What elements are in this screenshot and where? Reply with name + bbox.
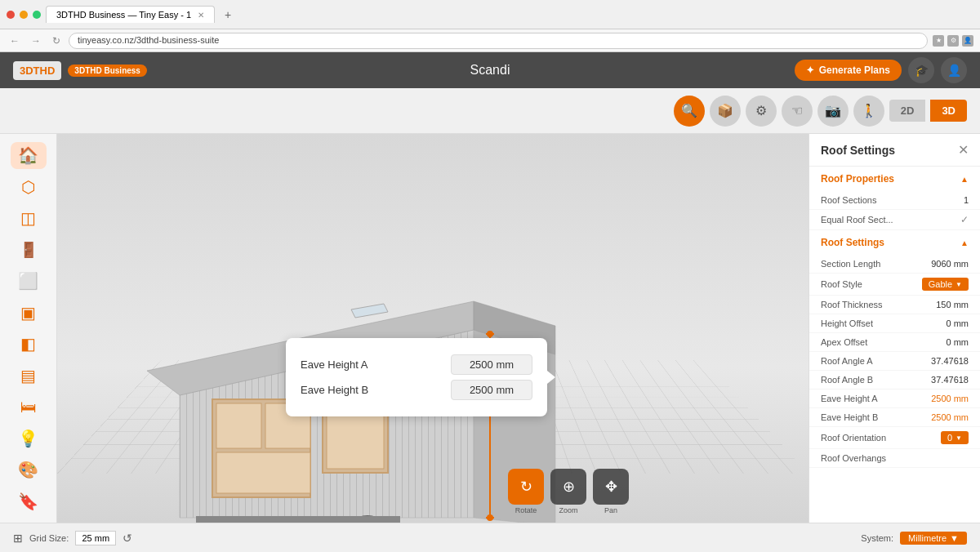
roof-settings-section-header[interactable]: Roof Settings ▲ (809, 230, 980, 255)
properties-collapse-arrow[interactable]: ▲ (960, 175, 969, 184)
logo-3dthd: 3DTHD (13, 61, 61, 80)
apex-offset-row: Apex Offset 0 mm (809, 333, 980, 352)
interact-tool-button[interactable]: ☜ (782, 96, 813, 127)
sidebar-tool-bed[interactable]: 🛏 (11, 394, 47, 421)
browser-chrome: 3DTHD Business — Tiny Easy - 1 ✕ + ← → ↻… (0, 0, 980, 52)
address-bar[interactable]: tinyeasy.co.nz/3dthd-business-suite (69, 33, 928, 49)
mode-3d-button[interactable]: 3D (930, 100, 967, 122)
equal-roof-sect-label: Equal Roof Sect... (821, 215, 893, 225)
logo-area: 3DTHD 3DTHD Business (13, 61, 147, 80)
nav-refresh-button[interactable]: ↻ (49, 33, 64, 48)
sidebar-tool-light[interactable]: 💡 (11, 425, 47, 452)
eave-height-a-panel-value: 2500 mm (931, 394, 969, 403)
rotate-label: Rotate (515, 506, 537, 514)
roof-angle-a-row: Roof Angle A 37.47618 (809, 352, 980, 371)
system-dropdown[interactable]: Millimetre ▼ (900, 532, 967, 545)
logo-3d-text: 3DTHD (20, 65, 55, 77)
sidebar-tool-stairs[interactable]: ▤ (11, 363, 47, 390)
roof-properties-title: Roof Properties (821, 173, 894, 185)
new-tab-button[interactable]: + (220, 7, 236, 23)
sidebar-tool-cube[interactable]: ⬡ (11, 174, 47, 201)
roof-style-dropdown-arrow: ▼ (956, 281, 962, 288)
camera-tool-button[interactable]: 📷 (817, 96, 849, 127)
sidebar-tool-paint[interactable]: 🎨 (11, 456, 47, 483)
roof-style-label: Roof Style (821, 279, 862, 289)
pan-icon[interactable]: ✥ (593, 469, 629, 505)
sidebar-tool-panel[interactable]: ▣ (11, 300, 47, 327)
address-bar-row: ← → ↻ tinyeasy.co.nz/3dthd-business-suit… (0, 29, 980, 52)
height-offset-label: Height Offset (821, 318, 873, 328)
roof-angle-b-row: Roof Angle B 37.47618 (809, 371, 980, 390)
panel-close-button[interactable]: ✕ (958, 142, 969, 158)
panel-header: Roof Settings ✕ (809, 134, 980, 167)
eave-height-a-value[interactable]: 2500 mm (451, 354, 532, 375)
eave-height-a-panel-label: Eave Height A (821, 394, 878, 403)
eave-height-a-panel-row: Eave Height A 2500 mm (809, 390, 980, 408)
nav-forward-button[interactable]: → (28, 33, 44, 48)
person-tool-button[interactable]: 🚶 (853, 96, 884, 127)
mode-2d-button[interactable]: 2D (889, 100, 926, 122)
sidebar-tool-door[interactable]: 🚪 (11, 237, 47, 264)
tutorial-button[interactable]: 🎓 (908, 57, 934, 83)
search-tool-button[interactable]: 🔍 (674, 96, 705, 127)
generate-plans-label: Generate Plans (819, 65, 890, 76)
grid-icon: ⊞ (13, 532, 23, 545)
rotate-control[interactable]: ↻ Rotate (508, 469, 544, 514)
view-tool-button[interactable]: 📦 (710, 96, 741, 127)
browser-minimize-dot[interactable] (20, 11, 28, 19)
browser-close-dot[interactable] (7, 11, 15, 19)
app-title: Scandi (470, 63, 510, 78)
eave-height-b-panel-label: Eave Height B (821, 412, 878, 422)
zoom-control[interactable]: ⊕ Zoom (550, 469, 586, 514)
extension-icon[interactable]: ⚙ (947, 35, 959, 47)
sidebar-tool-layers[interactable]: ◧ (11, 331, 47, 358)
settings-collapse-arrow[interactable]: ▲ (960, 238, 969, 247)
settings-tool-button[interactable]: ⚙ (746, 96, 777, 127)
sidebar-tool-angle[interactable]: ◫ (11, 205, 47, 232)
tab-title: 3DTHD Business — Tiny Easy - 1 (56, 10, 191, 20)
browser-icon-area: ★ ⚙ 👤 (933, 35, 973, 47)
eave-height-b-row: Eave Height B 2500 mm (301, 380, 532, 400)
status-bar-right: System: Millimetre ▼ (861, 532, 967, 545)
tab-close-button[interactable]: ✕ (198, 11, 204, 20)
roof-style-dropdown[interactable]: Gable ▼ (922, 278, 969, 291)
roof-style-row: Roof Style Gable ▼ (809, 274, 980, 296)
roof-sections-value: 1 (964, 195, 969, 205)
roof-angle-a-value: 37.47618 (931, 356, 969, 366)
roof-thickness-value: 150 mm (936, 300, 969, 309)
nav-back-button[interactable]: ← (7, 33, 23, 48)
measurement-popup: Eave Height A 2500 mm Eave Height B 2500… (286, 338, 547, 416)
bookmark-star-icon[interactable]: ★ (933, 35, 944, 47)
roof-orientation-row: Roof Orientation 0 ▼ (809, 427, 980, 449)
eave-height-b-panel-row: Eave Height B 2500 mm (809, 408, 980, 427)
profile-icon[interactable]: 👤 (962, 35, 973, 47)
generate-plans-button[interactable]: Generate Plans (795, 60, 902, 81)
roof-orientation-dropdown[interactable]: 0 ▼ (941, 431, 969, 444)
roof-properties-section-header[interactable]: Roof Properties ▲ (809, 167, 980, 191)
eave-height-b-label: Eave Height B (301, 384, 368, 396)
sidebar-tool-window[interactable]: ⬜ (11, 268, 47, 295)
roof-thickness-label: Roof Thickness (821, 300, 883, 309)
section-length-value: 9060 mm (931, 259, 969, 269)
refresh-grid-button[interactable]: ↺ (122, 532, 132, 545)
zoom-icon[interactable]: ⊕ (550, 469, 586, 505)
viewport[interactable]: Eave Height A 2500 mm Eave Height B 2500… (57, 134, 808, 523)
roof-angle-b-label: Roof Angle B (821, 375, 873, 385)
grid-size-input[interactable] (75, 531, 116, 545)
eave-height-b-value[interactable]: 2500 mm (451, 380, 532, 400)
pan-control[interactable]: ✥ Pan (593, 469, 629, 514)
roof-settings-title: Roof Settings (821, 237, 884, 248)
browser-maximize-dot[interactable] (33, 11, 41, 19)
panel-title: Roof Settings (821, 144, 895, 157)
user-button[interactable]: 👤 (941, 57, 967, 83)
section-length-row: Section Length 9060 mm (809, 255, 980, 274)
system-label: System: (861, 533, 893, 543)
rotate-icon[interactable]: ↻ (508, 469, 544, 505)
sidebar-tool-house[interactable]: 🏠 (11, 142, 47, 169)
sidebar-tool-bookmark[interactable]: 🔖 (11, 488, 47, 515)
browser-tab-bar: 3DTHD Business — Tiny Easy - 1 ✕ + (0, 0, 980, 29)
roof-sections-label: Roof Sections (821, 195, 876, 205)
browser-tab[interactable]: 3DTHD Business — Tiny Easy - 1 ✕ (46, 6, 215, 23)
eave-height-a-row: Eave Height A 2500 mm (301, 354, 532, 375)
svg-rect-18 (196, 516, 400, 523)
